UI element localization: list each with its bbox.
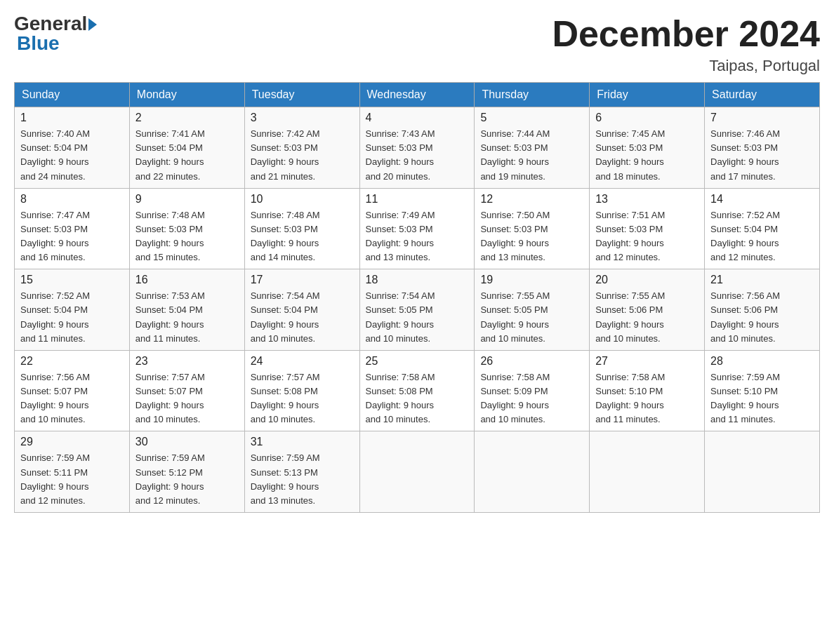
calendar-header-monday: Monday — [129, 83, 244, 107]
calendar-day-cell: 12Sunrise: 7:50 AMSunset: 5:03 PMDayligh… — [475, 188, 590, 269]
day-number: 15 — [20, 274, 124, 286]
calendar-day-cell: 5Sunrise: 7:44 AMSunset: 5:03 PMDaylight… — [475, 107, 590, 189]
day-info: Sunrise: 7:48 AMSunset: 5:03 PMDaylight:… — [135, 208, 239, 265]
day-number: 20 — [595, 274, 699, 286]
calendar-day-cell: 25Sunrise: 7:58 AMSunset: 5:08 PMDayligh… — [359, 350, 475, 431]
calendar-week-row: 1Sunrise: 7:40 AMSunset: 5:04 PMDaylight… — [15, 107, 820, 189]
calendar-day-cell: 19Sunrise: 7:55 AMSunset: 5:05 PMDayligh… — [475, 269, 590, 351]
day-info: Sunrise: 7:57 AMSunset: 5:08 PMDaylight:… — [251, 370, 354, 427]
calendar-day-cell: 4Sunrise: 7:43 AMSunset: 5:03 PMDaylight… — [359, 107, 475, 189]
calendar-header-saturday: Saturday — [705, 83, 820, 107]
calendar-day-cell: 21Sunrise: 7:56 AMSunset: 5:06 PMDayligh… — [705, 269, 820, 351]
day-number: 11 — [366, 193, 469, 206]
calendar-header-thursday: Thursday — [475, 83, 590, 107]
day-number: 17 — [251, 274, 354, 286]
calendar-header-row: SundayMondayTuesdayWednesdayThursdayFrid… — [15, 83, 820, 107]
day-info: Sunrise: 7:49 AMSunset: 5:03 PMDaylight:… — [366, 208, 469, 265]
day-info: Sunrise: 7:56 AMSunset: 5:06 PMDaylight:… — [710, 289, 814, 346]
day-number: 8 — [20, 193, 124, 206]
day-info: Sunrise: 7:53 AMSunset: 5:04 PMDaylight:… — [135, 289, 239, 346]
day-number: 21 — [710, 274, 814, 286]
calendar-header-friday: Friday — [590, 83, 705, 107]
month-title: December 2024 — [552, 14, 820, 54]
day-info: Sunrise: 7:52 AMSunset: 5:04 PMDaylight:… — [710, 208, 814, 265]
calendar-day-cell: 10Sunrise: 7:48 AMSunset: 5:03 PMDayligh… — [244, 188, 359, 269]
calendar-day-cell: 8Sunrise: 7:47 AMSunset: 5:03 PMDaylight… — [15, 188, 130, 269]
day-info: Sunrise: 7:50 AMSunset: 5:03 PMDaylight:… — [480, 208, 583, 265]
day-info: Sunrise: 7:52 AMSunset: 5:04 PMDaylight:… — [20, 289, 124, 346]
logo-blue-text: Blue — [17, 34, 60, 53]
calendar-day-cell: 31Sunrise: 7:59 AMSunset: 5:13 PMDayligh… — [244, 431, 359, 513]
logo-general-text: General — [14, 14, 97, 34]
location: Taipas, Portugal — [552, 57, 820, 75]
day-number: 19 — [480, 274, 583, 286]
logo-arrow-icon — [88, 18, 97, 31]
calendar-week-row: 8Sunrise: 7:47 AMSunset: 5:03 PMDaylight… — [15, 188, 820, 269]
calendar-day-cell: 23Sunrise: 7:57 AMSunset: 5:07 PMDayligh… — [129, 350, 244, 431]
day-info: Sunrise: 7:45 AMSunset: 5:03 PMDaylight:… — [595, 127, 699, 184]
calendar-day-cell: 14Sunrise: 7:52 AMSunset: 5:04 PMDayligh… — [705, 188, 820, 269]
calendar-day-cell: 13Sunrise: 7:51 AMSunset: 5:03 PMDayligh… — [590, 188, 705, 269]
day-info: Sunrise: 7:42 AMSunset: 5:03 PMDaylight:… — [251, 127, 354, 184]
day-number: 30 — [135, 436, 239, 448]
day-number: 7 — [710, 112, 814, 124]
day-number: 25 — [366, 355, 469, 368]
day-info: Sunrise: 7:44 AMSunset: 5:03 PMDaylight:… — [480, 127, 583, 184]
day-info: Sunrise: 7:59 AMSunset: 5:12 PMDaylight:… — [135, 451, 239, 508]
calendar-week-row: 15Sunrise: 7:52 AMSunset: 5:04 PMDayligh… — [15, 269, 820, 351]
calendar-day-cell: 6Sunrise: 7:45 AMSunset: 5:03 PMDaylight… — [590, 107, 705, 189]
calendar-day-cell — [475, 431, 590, 513]
day-number: 3 — [251, 112, 354, 124]
calendar-day-cell: 27Sunrise: 7:58 AMSunset: 5:10 PMDayligh… — [590, 350, 705, 431]
day-info: Sunrise: 7:51 AMSunset: 5:03 PMDaylight:… — [595, 208, 699, 265]
calendar-day-cell: 20Sunrise: 7:55 AMSunset: 5:06 PMDayligh… — [590, 269, 705, 351]
calendar-day-cell: 9Sunrise: 7:48 AMSunset: 5:03 PMDaylight… — [129, 188, 244, 269]
calendar-day-cell: 2Sunrise: 7:41 AMSunset: 5:04 PMDaylight… — [129, 107, 244, 189]
day-number: 2 — [135, 112, 239, 124]
day-info: Sunrise: 7:55 AMSunset: 5:05 PMDaylight:… — [480, 289, 583, 346]
day-number: 4 — [366, 112, 469, 124]
title-area: December 2024 Taipas, Portugal — [552, 14, 820, 75]
day-number: 1 — [20, 112, 124, 124]
calendar-day-cell: 15Sunrise: 7:52 AMSunset: 5:04 PMDayligh… — [15, 269, 130, 351]
day-info: Sunrise: 7:57 AMSunset: 5:07 PMDaylight:… — [135, 370, 239, 427]
calendar-week-row: 22Sunrise: 7:56 AMSunset: 5:07 PMDayligh… — [15, 350, 820, 431]
day-info: Sunrise: 7:54 AMSunset: 5:04 PMDaylight:… — [251, 289, 354, 346]
calendar-header-tuesday: Tuesday — [244, 83, 359, 107]
day-info: Sunrise: 7:48 AMSunset: 5:03 PMDaylight:… — [251, 208, 354, 265]
calendar-day-cell: 11Sunrise: 7:49 AMSunset: 5:03 PMDayligh… — [359, 188, 475, 269]
day-number: 12 — [480, 193, 583, 206]
day-info: Sunrise: 7:59 AMSunset: 5:13 PMDaylight:… — [251, 451, 354, 508]
day-info: Sunrise: 7:58 AMSunset: 5:10 PMDaylight:… — [595, 370, 699, 427]
day-number: 24 — [251, 355, 354, 368]
day-info: Sunrise: 7:40 AMSunset: 5:04 PMDaylight:… — [20, 127, 124, 184]
day-number: 31 — [251, 436, 354, 448]
calendar-day-cell: 30Sunrise: 7:59 AMSunset: 5:12 PMDayligh… — [129, 431, 244, 513]
calendar-day-cell — [705, 431, 820, 513]
calendar-day-cell: 1Sunrise: 7:40 AMSunset: 5:04 PMDaylight… — [15, 107, 130, 189]
day-number: 5 — [480, 112, 583, 124]
calendar-header-sunday: Sunday — [15, 83, 130, 107]
day-number: 6 — [595, 112, 699, 124]
calendar-day-cell: 29Sunrise: 7:59 AMSunset: 5:11 PMDayligh… — [15, 431, 130, 513]
calendar-day-cell: 18Sunrise: 7:54 AMSunset: 5:05 PMDayligh… — [359, 269, 475, 351]
calendar-day-cell: 24Sunrise: 7:57 AMSunset: 5:08 PMDayligh… — [244, 350, 359, 431]
calendar-day-cell: 17Sunrise: 7:54 AMSunset: 5:04 PMDayligh… — [244, 269, 359, 351]
calendar-day-cell: 3Sunrise: 7:42 AMSunset: 5:03 PMDaylight… — [244, 107, 359, 189]
day-number: 16 — [135, 274, 239, 286]
calendar-day-cell: 26Sunrise: 7:58 AMSunset: 5:09 PMDayligh… — [475, 350, 590, 431]
calendar-table: SundayMondayTuesdayWednesdayThursdayFrid… — [14, 82, 820, 513]
day-info: Sunrise: 7:43 AMSunset: 5:03 PMDaylight:… — [366, 127, 469, 184]
day-number: 26 — [480, 355, 583, 368]
day-info: Sunrise: 7:58 AMSunset: 5:09 PMDaylight:… — [480, 370, 583, 427]
day-number: 13 — [595, 193, 699, 206]
day-number: 22 — [20, 355, 124, 368]
page-header: General Blue December 2024 Taipas, Portu… — [14, 14, 820, 75]
day-number: 9 — [135, 193, 239, 206]
day-number: 18 — [366, 274, 469, 286]
day-info: Sunrise: 7:54 AMSunset: 5:05 PMDaylight:… — [366, 289, 469, 346]
calendar-day-cell: 22Sunrise: 7:56 AMSunset: 5:07 PMDayligh… — [15, 350, 130, 431]
calendar-header-wednesday: Wednesday — [359, 83, 475, 107]
day-number: 29 — [20, 436, 124, 448]
day-info: Sunrise: 7:59 AMSunset: 5:10 PMDaylight:… — [710, 370, 814, 427]
